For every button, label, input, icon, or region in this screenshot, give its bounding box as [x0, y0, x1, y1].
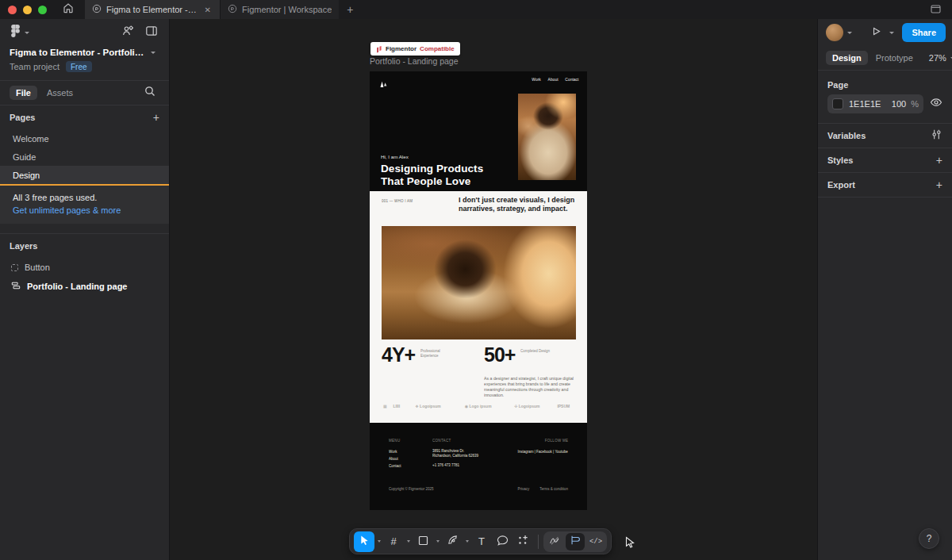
client-logo: LIIII: [393, 404, 401, 408]
collaborators-icon: [121, 25, 134, 40]
figmentor-compatible-badge[interactable]: Figmentor Compatible: [370, 42, 460, 56]
stat-value: 4Y+: [382, 343, 415, 366]
design-greeting: Hi, I am Alex: [381, 154, 409, 159]
app-tab-workspace[interactable]: Figmentor | Workspace: [220, 0, 339, 19]
tab-design[interactable]: Design: [826, 51, 868, 65]
design-hero-section[interactable]: Work About Contact Hi, I am Alex Designi…: [370, 71, 587, 191]
color-swatch[interactable]: [832, 98, 843, 109]
main-menu-chevron-icon[interactable]: [25, 32, 29, 34]
pen-tool-menu[interactable]: [463, 531, 471, 552]
layer-item-button[interactable]: Button: [0, 258, 169, 277]
export-section[interactable]: Export +: [818, 173, 952, 197]
text-icon: T: [478, 535, 485, 547]
design-footer-section[interactable]: MENU Work About Contact CONTACT 3891 Ran…: [370, 423, 587, 510]
tab-label: Figmentor | Workspace: [242, 5, 332, 14]
dev-mode-tool[interactable]: </>: [586, 533, 605, 550]
opacity-value[interactable]: 100: [892, 99, 911, 109]
tab-assets[interactable]: Assets: [47, 88, 73, 98]
free-plan-notice: All 3 free pages used. Get unlimited pag…: [0, 184, 169, 224]
stat-value: 50+: [484, 343, 515, 366]
frame-tool-menu[interactable]: [404, 531, 413, 552]
upgrade-link[interactable]: Get unlimited pages & more: [13, 205, 156, 215]
toggle-panel-button[interactable]: [142, 23, 161, 42]
page-section-header: Page: [827, 75, 942, 90]
actions-tool[interactable]: [512, 531, 533, 552]
frame-title[interactable]: Portfolio - Landing page: [370, 56, 459, 66]
move-tool[interactable]: [354, 531, 374, 552]
maximize-window-button[interactable]: [38, 6, 47, 14]
figma-file-icon: [92, 2, 102, 17]
home-button[interactable]: [58, 0, 79, 19]
design-frame-portfolio-landing-page[interactable]: Work About Contact Hi, I am Alex Designi…: [370, 71, 587, 510]
variables-icon[interactable]: [931, 128, 942, 144]
close-window-button[interactable]: [8, 6, 17, 14]
variables-label: Variables: [827, 131, 866, 140]
comment-tool[interactable]: [492, 531, 512, 552]
avatar-menu-chevron-icon[interactable]: [847, 32, 852, 34]
figma-logo-icon[interactable]: [11, 25, 20, 40]
page-item-welcome[interactable]: Welcome: [0, 129, 169, 148]
help-button[interactable]: ?: [919, 528, 939, 549]
frame-tool[interactable]: #: [383, 531, 404, 552]
measure-tool[interactable]: [566, 533, 585, 550]
page-color-field[interactable]: 1E1E1E 100 %: [827, 94, 923, 113]
comment-icon: [497, 535, 509, 549]
add-page-button[interactable]: +: [153, 112, 159, 123]
badge-status: Compatible: [420, 45, 455, 52]
pages-header: Pages: [10, 113, 35, 122]
app-tab-portfolio[interactable]: Figma to Elementor - Portfolio Te ✕: [85, 0, 220, 19]
pen-icon: [447, 534, 459, 549]
zoom-control[interactable]: 27%: [929, 53, 952, 63]
tab-label: Figma to Elementor - Portfolio Te: [106, 5, 198, 14]
window-titlebar: Figma to Elementor - Portfolio Te ✕ Figm…: [0, 0, 952, 19]
pen-tool[interactable]: [442, 531, 463, 552]
page-item-guide[interactable]: Guide: [0, 148, 169, 166]
scribble-icon: [549, 535, 560, 549]
shape-tool[interactable]: [413, 531, 433, 552]
layer-item-portfolio[interactable]: Portfolio - Landing page: [0, 277, 169, 296]
close-tab-icon[interactable]: ✕: [203, 6, 213, 14]
visibility-toggle[interactable]: [930, 96, 942, 112]
design-about-section[interactable]: 001 — WHO I AM I don't just create visua…: [370, 191, 587, 423]
search-button[interactable]: [140, 83, 159, 102]
present-menu-chevron-icon[interactable]: [889, 32, 894, 34]
draw-tool[interactable]: [545, 533, 564, 550]
file-name-menu[interactable]: Figma to Elementor - Portfolio Templ…: [0, 46, 169, 57]
window-layout-button[interactable]: [925, 0, 946, 19]
share-button[interactable]: Share: [902, 23, 946, 42]
shape-tool-menu[interactable]: [433, 531, 442, 552]
move-tool-menu[interactable]: [374, 531, 383, 552]
add-style-button[interactable]: +: [936, 155, 942, 166]
footer-legal: Privacy Terms & condition: [517, 487, 568, 491]
left-sidebar: Figma to Elementor - Portfolio Templ… Te…: [0, 19, 170, 560]
tab-file[interactable]: File: [10, 86, 37, 100]
file-name-chevron-icon: [151, 52, 155, 54]
collaborators-button[interactable]: [118, 23, 137, 42]
new-tab-button[interactable]: +: [339, 3, 361, 16]
design-eyebrow: 001 — WHO I AM: [382, 199, 413, 203]
client-logo: ✣ Logoipsum: [515, 404, 540, 408]
design-about-photo[interactable]: [382, 226, 576, 339]
notice-text: All 3 free pages used.: [13, 193, 156, 202]
panel-layout-icon: [145, 25, 158, 40]
present-button[interactable]: [866, 23, 885, 42]
color-hex-value[interactable]: 1E1E1E: [849, 99, 881, 109]
page-label: Welcome: [13, 134, 49, 144]
client-logo: ▦: [383, 404, 387, 408]
styles-section[interactable]: Styles +: [818, 148, 952, 172]
page-item-design[interactable]: Design: [0, 166, 169, 184]
variables-section[interactable]: Variables: [818, 124, 952, 148]
design-hero-photo[interactable]: [518, 94, 576, 180]
figma-file-icon: [228, 2, 237, 17]
add-export-button[interactable]: +: [936, 179, 942, 190]
tools-toolbar: # T </>: [349, 528, 612, 554]
design-nav-contact: Contact: [565, 78, 578, 82]
user-avatar[interactable]: [826, 24, 843, 41]
canvas[interactable]: Figmentor Compatible Portfolio - Landing…: [171, 19, 817, 560]
minimize-window-button[interactable]: [23, 6, 32, 14]
text-tool[interactable]: T: [471, 531, 492, 552]
tab-prototype[interactable]: Prototype: [876, 53, 913, 63]
page-label: Design: [13, 171, 40, 180]
badge-brand: Figmentor: [386, 45, 416, 52]
client-logo: ❖ Logoipsum: [415, 404, 440, 408]
